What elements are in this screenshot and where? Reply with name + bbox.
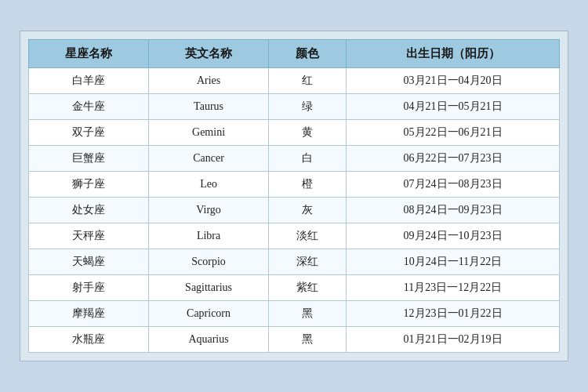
col-header-chinese: 星座名称 [29,40,149,68]
table-row: 处女座Virgo灰08月24日一09月23日 [29,198,560,223]
col-header-color: 颜色 [269,40,347,68]
cell-chinese-name: 处女座 [29,198,149,223]
cell-english-name: Leo [149,172,269,198]
cell-color: 白 [269,146,347,172]
cell-chinese-name: 狮子座 [29,172,149,198]
table-row: 射手座Sagittarius紫红11月23日一12月22日 [29,275,560,301]
cell-chinese-name: 天秤座 [29,223,149,249]
cell-english-name: Gemini [149,120,269,146]
table-row: 天蝎座Scorpio深红10月24日一11月22日 [29,249,560,275]
cell-english-name: Aries [149,68,269,94]
cell-color: 橙 [269,172,347,198]
cell-english-name: Virgo [149,198,269,223]
cell-dates: 09月24日一10月23日 [347,223,560,249]
cell-chinese-name: 摩羯座 [29,301,149,327]
col-header-dates: 出生日期（阳历） [347,40,560,68]
table-row: 水瓶座Aquarius黑01月21日一02月19日 [29,327,560,353]
table-header-row: 星座名称 英文名称 颜色 出生日期（阳历） [29,40,560,68]
cell-dates: 01月21日一02月19日 [347,327,560,353]
cell-dates: 06月22日一07月23日 [347,146,560,172]
cell-color: 绿 [269,94,347,120]
cell-chinese-name: 巨蟹座 [29,146,149,172]
table-row: 金牛座Taurus绿04月21日一05月21日 [29,94,560,120]
cell-dates: 07月24日一08月23日 [347,172,560,198]
table-row: 狮子座Leo橙07月24日一08月23日 [29,172,560,198]
cell-chinese-name: 金牛座 [29,94,149,120]
zodiac-table-container: 星座名称 英文名称 颜色 出生日期（阳历） 白羊座Aries红03月21日一04… [20,31,568,361]
cell-chinese-name: 天蝎座 [29,249,149,275]
cell-color: 红 [269,68,347,94]
cell-dates: 03月21日一04月20日 [347,68,560,94]
table-row: 巨蟹座Cancer白06月22日一07月23日 [29,146,560,172]
cell-english-name: Aquarius [149,327,269,353]
cell-english-name: Scorpio [149,249,269,275]
cell-dates: 10月24日一11月22日 [347,249,560,275]
col-header-english: 英文名称 [149,40,269,68]
cell-chinese-name: 双子座 [29,120,149,146]
cell-english-name: Capricorn [149,301,269,327]
cell-color: 深红 [269,249,347,275]
cell-english-name: Taurus [149,94,269,120]
cell-dates: 11月23日一12月22日 [347,275,560,301]
cell-dates: 05月22日一06月21日 [347,120,560,146]
cell-color: 黑 [269,301,347,327]
table-row: 摩羯座Capricorn黑12月23日一01月22日 [29,301,560,327]
cell-color: 淡红 [269,223,347,249]
cell-color: 紫红 [269,275,347,301]
cell-dates: 12月23日一01月22日 [347,301,560,327]
cell-chinese-name: 白羊座 [29,68,149,94]
table-row: 双子座Gemini黄05月22日一06月21日 [29,120,560,146]
cell-color: 黑 [269,327,347,353]
cell-chinese-name: 水瓶座 [29,327,149,353]
zodiac-table: 星座名称 英文名称 颜色 出生日期（阳历） 白羊座Aries红03月21日一04… [28,39,560,353]
cell-english-name: Cancer [149,146,269,172]
cell-english-name: Libra [149,223,269,249]
table-row: 白羊座Aries红03月21日一04月20日 [29,68,560,94]
cell-color: 黄 [269,120,347,146]
cell-dates: 04月21日一05月21日 [347,94,560,120]
cell-chinese-name: 射手座 [29,275,149,301]
cell-english-name: Sagittarius [149,275,269,301]
cell-color: 灰 [269,198,347,223]
cell-dates: 08月24日一09月23日 [347,198,560,223]
table-row: 天秤座Libra淡红09月24日一10月23日 [29,223,560,249]
